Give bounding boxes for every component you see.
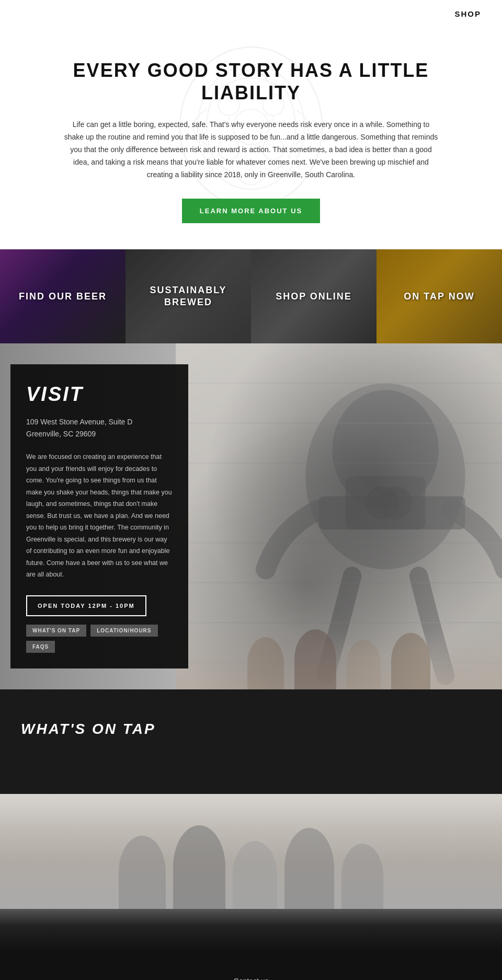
card-1-label: FIND OUR BEER <box>19 291 107 303</box>
header: SHOP <box>0 0 502 28</box>
footer: Contact us Work with us Monday12pm – 9pm… <box>0 951 502 980</box>
svg-rect-13 <box>319 497 465 530</box>
location-hours-tag[interactable]: LOCATION/HOURS <box>90 625 157 637</box>
card-4-label: ON TAP NOW <box>404 291 474 303</box>
svg-point-9 <box>332 390 438 510</box>
visit-section: VISIT 109 West Stone Avenue, Suite D Gre… <box>0 343 502 689</box>
tap-section: What'S On TAP <box>0 689 502 794</box>
visit-body: We are focused on creating an experience… <box>26 451 173 581</box>
svg-rect-10 <box>346 477 426 530</box>
card-4-overlay: ON TAP NOW <box>376 249 502 343</box>
svg-point-11 <box>366 487 399 520</box>
visit-card: VISIT 109 West Stone Avenue, Suite D Gre… <box>10 364 188 668</box>
learn-more-button[interactable]: LEARN MORE ABOUT US <box>182 199 320 223</box>
hero-content: Every Good Story Has A Little Liability … <box>42 59 460 223</box>
svg-point-12 <box>379 487 412 520</box>
card-on-tap-now[interactable]: ON TAP NOW <box>376 249 502 343</box>
card-2-overlay: SUSTAINABLY BREWED <box>126 249 251 343</box>
contact-us-link[interactable]: Contact us <box>234 977 269 980</box>
whats-on-tap-tag[interactable]: WHAT'S ON TAP <box>26 625 86 637</box>
footer-links: Contact us Work with us <box>21 977 481 980</box>
card-3-overlay: SHOP ONLINE <box>251 249 376 343</box>
card-1-overlay: FIND OUR BEER <box>0 249 126 343</box>
hero-title: Every Good Story Has A Little Liability <box>42 59 460 104</box>
hours-button[interactable]: OPEN TODAY 12PM - 10PM <box>26 595 146 616</box>
visit-address: 109 West Stone Avenue, Suite D Greenvill… <box>26 416 173 440</box>
visit-mural <box>176 343 502 689</box>
cards-section: FIND OUR BEER SUSTAINABLY BREWED SHOP ON… <box>0 249 502 343</box>
hero-body: Life can get a little boring, expected, … <box>63 119 439 181</box>
card-sustainably-brewed[interactable]: SUSTAINABLY BREWED <box>126 249 251 343</box>
photo-strip <box>0 794 502 909</box>
dark-transition <box>0 909 502 951</box>
visit-tags: WHAT'S ON TAP LOCATION/HOURS FAQS <box>26 625 173 653</box>
faqs-tag[interactable]: FAQS <box>26 641 55 653</box>
card-shop-online[interactable]: SHOP ONLINE <box>251 249 376 343</box>
card-find-beer[interactable]: FIND OUR BEER <box>0 249 126 343</box>
hero-section: Every Good Story Has A Little Liability … <box>0 28 502 249</box>
tap-title: What'S On TAP <box>21 721 156 737</box>
card-3-label: SHOP ONLINE <box>276 291 352 303</box>
card-2-label: SUSTAINABLY BREWED <box>134 284 243 309</box>
svg-point-8 <box>305 384 465 570</box>
visit-title: VISIT <box>26 383 173 406</box>
shop-link[interactable]: SHOP <box>454 9 481 18</box>
svg-rect-7 <box>176 343 502 689</box>
